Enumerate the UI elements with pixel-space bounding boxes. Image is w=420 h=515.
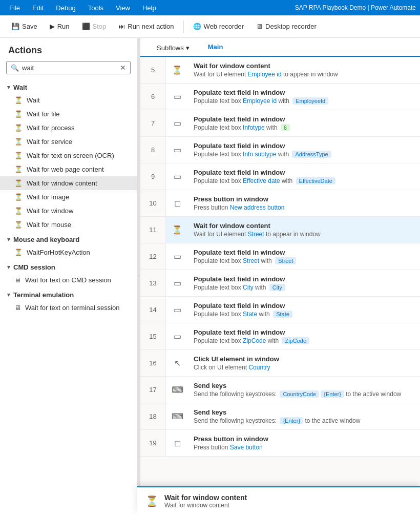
action-wait-for-file[interactable]: ⏳ Wait for file bbox=[0, 107, 137, 121]
line-number: 17 bbox=[140, 377, 166, 403]
flow-title: Send keys bbox=[194, 408, 415, 416]
line-number: 13 bbox=[140, 270, 166, 296]
line-number: 18 bbox=[140, 403, 166, 429]
flow-desc: Click on UI element Country bbox=[194, 364, 415, 371]
flow-text: Populate text field in window Populate t… bbox=[188, 137, 420, 163]
action-wait-for-service[interactable]: ⏳ Wait for service bbox=[0, 135, 137, 149]
category-terminal-label: Terminal emulation bbox=[13, 291, 74, 299]
flow-text: Send keys Send the following keystrokes:… bbox=[188, 403, 420, 429]
category-terminal[interactable]: ▾ Terminal emulation bbox=[0, 287, 137, 301]
flow-action-icon: ▭ bbox=[166, 270, 188, 296]
search-input[interactable] bbox=[22, 64, 117, 72]
menu-tools[interactable]: Tools bbox=[83, 2, 109, 14]
flow-text: Press button in window Press button New … bbox=[188, 190, 420, 216]
flow-row[interactable]: 18 ⌨ Send keys Send the following keystr… bbox=[140, 403, 420, 430]
stop-icon: ⬛ bbox=[82, 23, 90, 30]
flow-action-icon: ⏳ bbox=[166, 57, 188, 83]
action-wait-for-web-page[interactable]: ⏳ Wait for web page content bbox=[0, 162, 137, 176]
flow-action-icon: ▭ bbox=[166, 110, 188, 136]
action-wait[interactable]: ⏳ Wait bbox=[0, 93, 137, 107]
menu-debug[interactable]: Debug bbox=[51, 2, 80, 14]
flow-action-icon: ⏳ bbox=[166, 217, 188, 243]
clear-icon[interactable]: ✕ bbox=[120, 64, 126, 72]
action-wait-for-mouse[interactable]: ⏳ Wait for mouse bbox=[0, 218, 137, 232]
flow-row[interactable]: 5 ⏳ Wait for window content Wait for UI … bbox=[140, 57, 420, 84]
flow-title: Populate text field in window bbox=[194, 115, 415, 123]
desktop-recorder-icon: 🖥 bbox=[256, 23, 263, 30]
main-layout: Actions 🔍 ✕ ▾ Wait ⏳ Wait ⏳ Wait for fil… bbox=[0, 38, 420, 515]
chevron-down-icon-4: ▾ bbox=[7, 292, 10, 298]
tooltip-desc: Wait for window content bbox=[164, 502, 247, 509]
line-number: 6 bbox=[140, 84, 166, 110]
flow-row[interactable]: 16 ↖ Click UI element in window Click on… bbox=[140, 350, 420, 377]
action-wait-for-window-content[interactable]: ⏳ Wait for window content bbox=[0, 176, 137, 190]
subflows-tab-label: Subflows bbox=[157, 44, 184, 52]
subflows-tab[interactable]: Subflows ▾ bbox=[149, 39, 198, 57]
flow-desc: Populate text box Info subtype with Addr… bbox=[194, 151, 415, 158]
run-next-button[interactable]: ⏭ Run next action bbox=[113, 19, 179, 33]
web-recorder-button[interactable]: 🌐 Web recorder bbox=[188, 19, 249, 33]
category-wait[interactable]: ▾ Wait bbox=[0, 79, 137, 93]
flow-row[interactable]: 6 ▭ Populate text field in window Popula… bbox=[140, 84, 420, 110]
flow-text: Send keys Send the following keystrokes:… bbox=[188, 377, 420, 403]
flow-row[interactable]: 7 ▭ Populate text field in window Popula… bbox=[140, 110, 420, 137]
flow-row[interactable]: 13 ▭ Populate text field in window Popul… bbox=[140, 270, 420, 297]
wait-process-icon: ⏳ bbox=[14, 124, 23, 132]
flow-row[interactable]: 9 ▭ Populate text field in window Popula… bbox=[140, 163, 420, 190]
line-number: 19 bbox=[140, 430, 166, 456]
wait-icon: ⏳ bbox=[14, 96, 23, 104]
stop-button[interactable]: ⬛ Stop bbox=[77, 19, 112, 33]
flow-row[interactable]: 12 ▭ Populate text field in window Popul… bbox=[140, 243, 420, 270]
main-tab[interactable]: Main bbox=[198, 38, 234, 57]
menu-help[interactable]: Help bbox=[137, 2, 161, 14]
flow-row[interactable]: 19 ◻ Press button in window Press button… bbox=[140, 430, 420, 457]
flow-row[interactable]: 14 ▭ Populate text field in window Popul… bbox=[140, 297, 420, 323]
terminal-icon: 🖥 bbox=[14, 304, 21, 312]
run-button[interactable]: ▶ Run bbox=[45, 19, 75, 33]
line-number: 15 bbox=[140, 323, 166, 349]
flow-action-icon: ◻ bbox=[166, 190, 188, 216]
action-wait-for-text-ocr[interactable]: ⏳ Wait for text on screen (OCR) bbox=[0, 149, 137, 162]
desktop-recorder-button[interactable]: 🖥 Desktop recorder bbox=[251, 19, 322, 33]
flow-row[interactable]: 10 ◻ Press button in window Press button… bbox=[140, 190, 420, 217]
flow-title: Populate text field in window bbox=[194, 142, 415, 150]
flow-row[interactable]: 8 ▭ Populate text field in window Popula… bbox=[140, 137, 420, 163]
line-number: 5 bbox=[140, 57, 166, 83]
wait-image-icon: ⏳ bbox=[14, 193, 23, 201]
category-mouse-keyboard[interactable]: ▾ Mouse and keyboard bbox=[0, 232, 137, 245]
flow-title: Populate text field in window bbox=[194, 275, 415, 283]
wait-window-icon: ⏳ bbox=[14, 207, 23, 215]
line-number: 16 bbox=[140, 350, 166, 376]
flow-title: Populate text field in window bbox=[194, 302, 415, 310]
menu-view[interactable]: View bbox=[111, 2, 135, 14]
line-number: 14 bbox=[140, 297, 166, 323]
action-wait-for-window[interactable]: ⏳ Wait for window bbox=[0, 204, 137, 218]
menu-edit[interactable]: Edit bbox=[27, 2, 49, 14]
flow-text: Populate text field in window Populate t… bbox=[188, 323, 420, 349]
flow-text: Populate text field in window Populate t… bbox=[188, 243, 420, 270]
save-icon: 💾 bbox=[11, 23, 19, 30]
action-wait-for-process[interactable]: ⏳ Wait for process bbox=[0, 121, 137, 135]
flow-text: Press button in window Press button Save… bbox=[188, 430, 420, 456]
flow-row[interactable]: 11 ⏳ Wait for window content Wait for UI… bbox=[140, 217, 420, 243]
flow-row[interactable]: 15 ▭ Populate text field in window Popul… bbox=[140, 323, 420, 350]
flow-desc: Wait for UI element Street to appear in … bbox=[194, 231, 415, 238]
flow-desc: Wait for UI element Employee id to appea… bbox=[194, 71, 415, 78]
save-button[interactable]: 💾 Save bbox=[6, 19, 43, 33]
action-wait-for-image[interactable]: ⏳ Wait for image bbox=[0, 190, 137, 204]
menu-file[interactable]: File bbox=[4, 2, 25, 14]
flow-action-icon: ▭ bbox=[166, 323, 188, 349]
action-wait-terminal[interactable]: 🖥 Wait for text on terminal session bbox=[0, 301, 137, 315]
flow-title: Press button in window bbox=[194, 435, 415, 443]
category-mouse-keyboard-label: Mouse and keyboard bbox=[13, 236, 79, 243]
flow-action-icon: ▭ bbox=[166, 163, 188, 190]
action-wait-cmd[interactable]: 🖥 Wait for text on CMD session bbox=[0, 273, 137, 287]
flow-row[interactable]: 17 ⌨ Send keys Send the following keystr… bbox=[140, 377, 420, 403]
category-cmd[interactable]: ▾ CMD session bbox=[0, 259, 137, 273]
search-box: 🔍 ✕ bbox=[6, 61, 131, 74]
action-wait-hotkey[interactable]: ⏳ WaitForHotKeyAction bbox=[0, 245, 137, 259]
tooltip-title: Wait for window content bbox=[164, 493, 247, 502]
flow-action-icon: ▭ bbox=[166, 243, 188, 270]
flow-action-icon: ◻ bbox=[166, 430, 188, 456]
sidebar-title: Actions bbox=[0, 38, 137, 61]
